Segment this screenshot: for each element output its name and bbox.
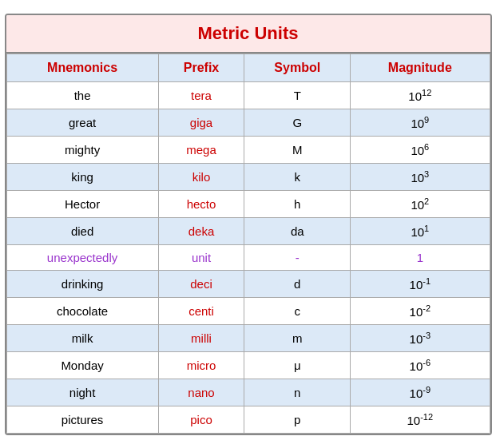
symbol-cell: h: [244, 190, 351, 217]
magnitude-cell: 10-1: [351, 270, 490, 297]
table-title: Metric Units: [6, 15, 490, 54]
symbol-cell: μ: [244, 351, 351, 379]
symbol-cell: m: [244, 324, 351, 351]
metric-units-table: Metric Units Mnemonics Prefix Symbol Mag…: [5, 14, 492, 435]
symbol-cell: M: [244, 136, 351, 163]
prefix-cell: milli: [158, 324, 244, 351]
mnemonic-cell: king: [6, 163, 158, 190]
symbol-cell: da: [244, 217, 351, 244]
table-row: Hectorhectoh102: [6, 190, 490, 217]
prefix-cell: tera: [158, 81, 244, 109]
magnitude-cell: 106: [351, 136, 490, 163]
magnitude-cell: 10-2: [351, 297, 490, 324]
header-symbol: Symbol: [244, 54, 351, 81]
prefix-cell: giga: [158, 109, 244, 136]
prefix-cell: unit: [158, 244, 244, 270]
prefix-cell: nano: [158, 379, 244, 406]
mnemonic-cell: drinking: [6, 270, 158, 297]
symbol-cell: k: [244, 163, 351, 190]
header-prefix: Prefix: [158, 54, 244, 81]
magnitude-cell: 101: [351, 217, 490, 244]
magnitude-cell: 102: [351, 190, 490, 217]
table-row: kingkilok103: [6, 163, 490, 190]
symbol-cell: n: [244, 379, 351, 406]
prefix-cell: micro: [158, 351, 244, 379]
magnitude-cell: 1012: [351, 81, 490, 109]
magnitude-cell: 109: [351, 109, 490, 136]
table-row: picturespicop10-12: [6, 406, 490, 433]
mnemonic-cell: died: [6, 217, 158, 244]
magnitude-cell: 10-12: [351, 406, 490, 433]
mnemonic-cell: Monday: [6, 351, 158, 379]
header-magnitude: Magnitude: [351, 54, 490, 81]
table-row: chocolatecentic10-2: [6, 297, 490, 324]
magnitude-cell: 10-3: [351, 324, 490, 351]
magnitude-cell: 103: [351, 163, 490, 190]
mnemonic-cell: the: [6, 81, 158, 109]
table-row: theteraT1012: [6, 81, 490, 109]
prefix-cell: deci: [158, 270, 244, 297]
symbol-cell: -: [244, 244, 351, 270]
symbol-cell: p: [244, 406, 351, 433]
prefix-cell: pico: [158, 406, 244, 433]
mnemonic-cell: milk: [6, 324, 158, 351]
magnitude-cell: 10-6: [351, 351, 490, 379]
magnitude-cell: 1: [351, 244, 490, 270]
mnemonic-cell: chocolate: [6, 297, 158, 324]
mnemonic-cell: night: [6, 379, 158, 406]
symbol-cell: T: [244, 81, 351, 109]
prefix-cell: centi: [158, 297, 244, 324]
symbol-cell: d: [244, 270, 351, 297]
mnemonic-cell: pictures: [6, 406, 158, 433]
symbol-cell: G: [244, 109, 351, 136]
symbol-cell: c: [244, 297, 351, 324]
table-row: mightymegaM106: [6, 136, 490, 163]
mnemonic-cell: great: [6, 109, 158, 136]
table-row: drinkingdecid10-1: [6, 270, 490, 297]
table-row: nightnanon10-9: [6, 379, 490, 406]
mnemonic-cell: unexpectedly: [6, 244, 158, 270]
table-row: unexpectedlyunit-1: [6, 244, 490, 270]
table-row: dieddekada101: [6, 217, 490, 244]
table-row: Mondaymicroμ10-6: [6, 351, 490, 379]
table-row: milkmillim10-3: [6, 324, 490, 351]
table-row: greatgigaG109: [6, 109, 490, 136]
mnemonic-cell: mighty: [6, 136, 158, 163]
mnemonic-cell: Hector: [6, 190, 158, 217]
header-row: Mnemonics Prefix Symbol Magnitude: [6, 54, 490, 81]
header-mnemonics: Mnemonics: [6, 54, 158, 81]
magnitude-cell: 10-9: [351, 379, 490, 406]
prefix-cell: kilo: [158, 163, 244, 190]
prefix-cell: mega: [158, 136, 244, 163]
prefix-cell: deka: [158, 217, 244, 244]
prefix-cell: hecto: [158, 190, 244, 217]
